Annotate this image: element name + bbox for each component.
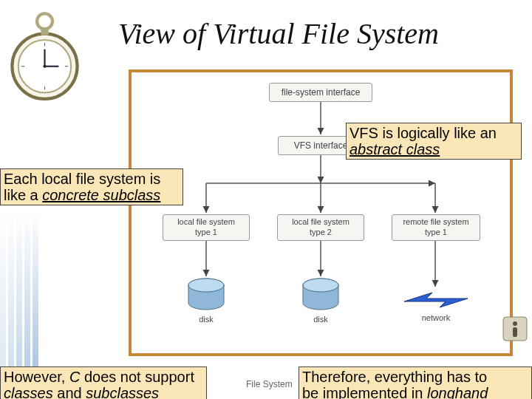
svg-rect-18	[513, 327, 517, 337]
callout-text: longhand	[427, 385, 488, 399]
callout-text: Each local file system is	[4, 171, 160, 187]
callout-text: subclasses	[86, 385, 159, 399]
callout-text: However,	[4, 369, 69, 385]
footer-text: File System	[246, 379, 293, 389]
callout-vfs-abstract: VFS is logically like an abstract class	[346, 123, 522, 160]
network-label: network	[399, 313, 473, 322]
callout-c-no-classes: However, C does not support classes and …	[0, 366, 207, 399]
callout-text: concrete subclass	[42, 187, 160, 203]
decorative-left-bars	[0, 211, 44, 373]
network-icon	[403, 288, 469, 312]
vfs-diagram-frame: file-system interface VFS interface loca…	[129, 69, 513, 356]
callout-text: C	[69, 369, 84, 385]
callout-text: abstract class	[349, 141, 440, 157]
slide-title: View of Virtual File System	[118, 16, 439, 51]
callout-text: Therefore, everything has to	[302, 369, 487, 385]
disk-icon	[184, 278, 228, 315]
node-local-fs-1: local file system type 1	[163, 214, 250, 241]
node-remote-fs-1: remote file system type 1	[392, 214, 480, 241]
pocket-watch-icon	[6, 3, 83, 106]
disk-2-label: disk	[295, 315, 347, 324]
callout-text: be implemented in	[302, 385, 427, 399]
callout-text: does not support	[84, 369, 194, 385]
disk-icon	[299, 278, 343, 315]
callout-text: VFS is logically like an	[349, 125, 497, 141]
network: network	[399, 288, 473, 322]
svg-point-17	[513, 321, 517, 326]
callout-concrete-subclass: Each local file system is like a concret…	[0, 168, 183, 205]
callout-longhand: Therefore, everything has to be implemen…	[299, 366, 532, 399]
svg-point-10	[37, 13, 52, 29]
disk-2: disk	[295, 278, 347, 324]
svg-point-8	[43, 65, 46, 68]
node-local-fs-2: local file system type 2	[277, 214, 364, 241]
callout-text: classes	[4, 385, 53, 399]
disk-1: disk	[180, 278, 232, 324]
disk-1-label: disk	[180, 315, 232, 324]
node-file-system-interface: file-system interface	[269, 83, 372, 102]
callout-text: and	[53, 385, 86, 399]
info-icon[interactable]	[502, 316, 528, 341]
callout-text: like a	[4, 187, 42, 203]
svg-point-14	[303, 279, 338, 292]
svg-point-12	[188, 279, 224, 292]
